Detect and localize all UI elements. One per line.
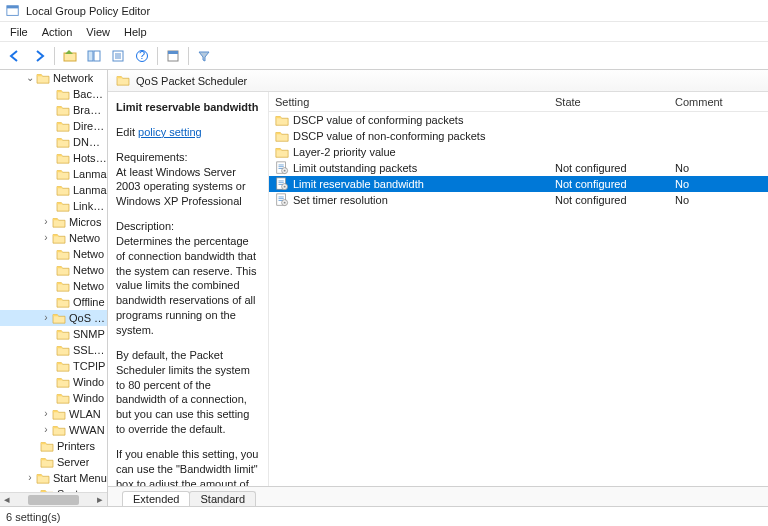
tree-item-label: Offline — [73, 294, 105, 310]
tree-item[interactable]: DirectA — [0, 118, 107, 134]
column-state[interactable]: State — [549, 96, 669, 108]
tree-item[interactable]: Hotspo — [0, 150, 107, 166]
tree-item[interactable]: ›WLAN — [0, 406, 107, 422]
tree-item-label: WWAN — [69, 422, 105, 438]
tree-item-label: Branch — [73, 102, 107, 118]
expand-icon[interactable]: ⌄ — [24, 70, 36, 86]
tree-item-label: Lanma — [73, 182, 107, 198]
setting-comment: No — [669, 194, 768, 206]
tree-item-label: Micros — [69, 214, 101, 230]
expand-icon[interactable]: › — [40, 230, 52, 246]
expand-icon[interactable]: › — [40, 422, 52, 438]
tree-item[interactable]: Printers — [0, 438, 107, 454]
settings-list: Setting State Comment DSCP value of conf… — [268, 92, 768, 486]
folder-icon — [56, 264, 70, 276]
separator — [188, 47, 189, 65]
setting-row[interactable]: Limit reservable bandwidthNot configured… — [269, 176, 768, 192]
folder-icon — [56, 392, 70, 404]
edit-policy-link[interactable]: policy setting — [138, 126, 202, 138]
tree-item-label: Backgr — [73, 86, 107, 102]
setting-row[interactable]: DSCP value of conforming packets — [269, 112, 768, 128]
tree-item[interactable]: Server — [0, 454, 107, 470]
tree-item-label: TCPIP — [73, 358, 105, 374]
menu-view[interactable]: View — [80, 24, 116, 40]
tree-item[interactable]: Branch — [0, 102, 107, 118]
tree-item[interactable]: ›Start Menu — [0, 470, 107, 486]
tab-standard[interactable]: Standard — [189, 491, 256, 506]
tree-item[interactable]: ⌄Network — [0, 70, 107, 86]
filter-button[interactable] — [193, 45, 215, 67]
setting-name: Limit outstanding packets — [293, 162, 417, 174]
tree-item[interactable]: ›Micros — [0, 214, 107, 230]
tree-item[interactable]: ›Netwo — [0, 230, 107, 246]
setting-name: Layer-2 priority value — [293, 146, 396, 158]
tree-item[interactable]: Netwo — [0, 246, 107, 262]
tree-item[interactable]: Netwo — [0, 278, 107, 294]
menu-file[interactable]: File — [4, 24, 34, 40]
column-setting[interactable]: Setting — [269, 96, 549, 108]
properties-button[interactable] — [162, 45, 184, 67]
setting-name: Set timer resolution — [293, 194, 388, 206]
folder-icon — [56, 152, 70, 164]
requirements-text: At least Windows Server 2003 operating s… — [116, 166, 246, 208]
folder-icon — [56, 120, 70, 132]
tree-item-label: Printers — [57, 438, 95, 454]
tree-horizontal-scrollbar[interactable]: ◂ ▸ — [0, 492, 107, 506]
export-list-button[interactable] — [107, 45, 129, 67]
tree-item-label: Netwo — [69, 230, 100, 246]
tree-item-label: Server — [57, 454, 89, 470]
setting-comment: No — [669, 162, 768, 174]
expand-icon[interactable]: › — [40, 214, 52, 230]
tree-item[interactable]: Backgr — [0, 86, 107, 102]
description-p2: By default, the Packet Scheduler limits … — [116, 348, 260, 437]
description-pane: Limit reservable bandwidth Edit policy s… — [108, 92, 268, 486]
tree-item-label: Lanma — [73, 166, 107, 182]
setting-row[interactable]: Limit outstanding packetsNot configuredN… — [269, 160, 768, 176]
tree-item-label: Windo — [73, 374, 104, 390]
up-button[interactable] — [59, 45, 81, 67]
setting-name: DSCP value of conforming packets — [293, 114, 463, 126]
column-comment[interactable]: Comment — [669, 96, 768, 108]
setting-row[interactable]: DSCP value of non-conforming packets — [269, 128, 768, 144]
tree-item[interactable]: SNMP — [0, 326, 107, 342]
tree-item[interactable]: ›WWAN — [0, 422, 107, 438]
tree-item-label: Hotspo — [73, 150, 107, 166]
tab-extended[interactable]: Extended — [122, 491, 190, 506]
main-area: ⌄NetworkBackgrBranchDirectADNS CHotspoLa… — [0, 70, 768, 506]
menu-bar: File Action View Help — [0, 22, 768, 42]
folder-icon — [40, 456, 54, 468]
separator — [157, 47, 158, 65]
separator — [54, 47, 55, 65]
menu-action[interactable]: Action — [36, 24, 79, 40]
tree-item[interactable]: Offline — [0, 294, 107, 310]
tree-item[interactable]: Lanma — [0, 166, 107, 182]
tree-item[interactable]: Link-La — [0, 198, 107, 214]
folder-icon — [56, 136, 70, 148]
show-hide-tree-button[interactable] — [83, 45, 105, 67]
help-button[interactable]: ? — [131, 45, 153, 67]
setting-row[interactable]: Set timer resolutionNot configuredNo — [269, 192, 768, 208]
expand-icon[interactable]: › — [40, 406, 52, 422]
forward-button[interactable] — [28, 45, 50, 67]
tree-item[interactable]: Lanma — [0, 182, 107, 198]
tree-item[interactable]: Windo — [0, 390, 107, 406]
policy-icon — [275, 177, 289, 191]
setting-row[interactable]: Layer-2 priority value — [269, 144, 768, 160]
expand-icon[interactable]: › — [24, 470, 36, 486]
svg-rect-10 — [64, 53, 76, 61]
expand-icon[interactable]: › — [40, 310, 52, 326]
tree-item[interactable]: SSL Co — [0, 342, 107, 358]
folder-icon — [56, 104, 70, 116]
tree-item[interactable]: Windo — [0, 374, 107, 390]
navigation-tree[interactable]: ⌄NetworkBackgrBranchDirectADNS CHotspoLa… — [0, 70, 108, 506]
back-button[interactable] — [4, 45, 26, 67]
tree-item-label: DNS C — [73, 134, 107, 150]
tree-item-label: QoS Pa — [69, 310, 107, 326]
tree-item[interactable]: DNS C — [0, 134, 107, 150]
menu-help[interactable]: Help — [118, 24, 153, 40]
tree-item[interactable]: ›QoS Pa — [0, 310, 107, 326]
setting-state: Not configured — [549, 162, 669, 174]
tree-item[interactable]: TCPIP — [0, 358, 107, 374]
tree-item[interactable]: Netwo — [0, 262, 107, 278]
folder-icon — [52, 312, 66, 324]
